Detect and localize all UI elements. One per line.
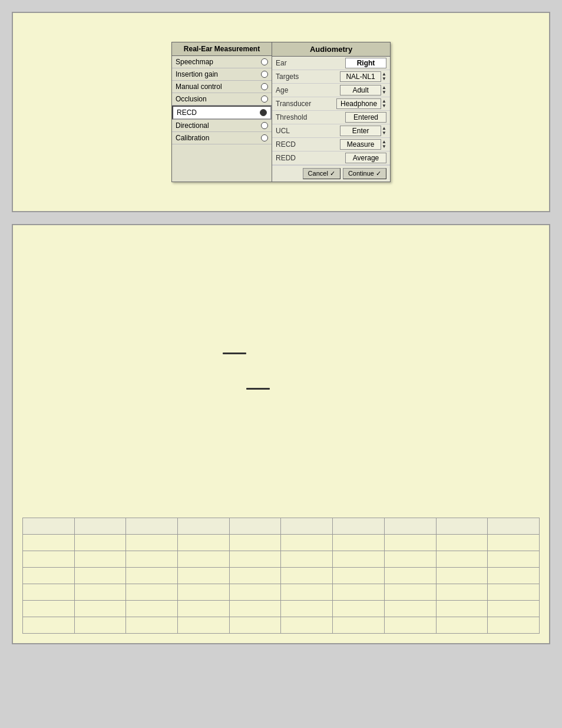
menu-header: Real-Ear Measurement (172, 42, 272, 56)
table-cell (384, 518, 436, 535)
recd-spin[interactable]: ▲ ▼ (382, 140, 386, 149)
table-row (23, 617, 540, 634)
cancel-button[interactable]: Cancel ✓ (303, 168, 340, 179)
table-cell (488, 568, 540, 584)
audio-value-targets-container: NAL-NL1 ▲ ▼ (340, 71, 386, 82)
menu-item-directional[interactable]: Directional (172, 120, 272, 132)
table-cell (488, 518, 540, 535)
table-cell (488, 551, 540, 568)
menu-radio-calibration (261, 134, 268, 141)
audiometry-column: Audiometry Ear Right Targets NAL-NL1 ▲ ▼ (272, 42, 390, 182)
table-cell (23, 535, 75, 551)
table-cell (126, 518, 178, 535)
menu-item-occlusion[interactable]: Occlusion (172, 93, 272, 106)
transducer-spin-down[interactable]: ▼ (382, 104, 386, 108)
audio-label-age: Age (276, 86, 317, 94)
menu-item-label-manual-control: Manual control (176, 83, 222, 91)
table-cell (436, 584, 488, 601)
audiometry-header: Audiometry (272, 42, 390, 57)
age-spin[interactable]: ▲ ▼ (382, 85, 386, 95)
table-cell (229, 535, 281, 551)
table-cell (333, 601, 385, 617)
table-cell (126, 617, 178, 634)
table-cell (178, 617, 230, 634)
ucl-spin[interactable]: ▲ ▼ (382, 126, 386, 136)
ucl-spin-down[interactable]: ▼ (382, 131, 386, 136)
recd-spin-down[interactable]: ▼ (382, 144, 386, 149)
audio-value-redd: Average (345, 153, 386, 163)
targets-spin-down[interactable]: ▼ (382, 77, 386, 81)
table-row-header (23, 518, 540, 535)
table-cell (281, 551, 333, 568)
menu-item-label-calibration: Calibration (176, 134, 209, 142)
menu-item-calibration[interactable]: Calibration (172, 132, 272, 144)
audio-label-transducer: Transducer (276, 100, 317, 108)
table-cell (178, 535, 230, 551)
table-row (23, 568, 540, 584)
audio-value-transducer: Headphone (336, 98, 381, 109)
table-cell (384, 584, 436, 601)
table-cell (23, 518, 75, 535)
table-cell (229, 584, 281, 601)
table-cell (488, 601, 540, 617)
table-cell (436, 601, 488, 617)
table-cell (333, 617, 385, 634)
dash-line-1 (223, 353, 246, 354)
top-panel: Real-Ear Measurement Speechmap Insertion… (12, 12, 550, 212)
table-cell (384, 617, 436, 634)
menu-radio-insertion-gain (261, 71, 268, 78)
menu-item-recd[interactable]: RECD (172, 106, 272, 120)
audio-label-redd: REDD (276, 154, 317, 162)
dash-line-2 (246, 388, 270, 390)
table-row (23, 535, 540, 551)
table-cell (384, 535, 436, 551)
audio-row-targets: Targets NAL-NL1 ▲ ▼ (272, 70, 390, 84)
table-row (23, 601, 540, 617)
menu-item-insertion-gain[interactable]: Insertion gain (172, 68, 272, 81)
audio-value-age-container: Adult ▲ ▼ (340, 85, 386, 95)
table-cell (488, 535, 540, 551)
audio-value-recd-container: Measure ▲ ▼ (340, 139, 386, 150)
table-cell (74, 584, 126, 601)
table-cell (126, 584, 178, 601)
table-cell (178, 568, 230, 584)
audio-row-redd: REDD Average (272, 151, 390, 165)
targets-spin[interactable]: ▲ ▼ (382, 72, 386, 81)
table-cell (23, 568, 75, 584)
table-cell (384, 551, 436, 568)
table-cell (333, 568, 385, 584)
menu-radio-directional (261, 122, 268, 129)
menu-radio-speechmap (261, 58, 268, 65)
transducer-spin[interactable]: ▲ ▼ (382, 99, 386, 108)
table-cell (178, 601, 230, 617)
menu-item-manual-control[interactable]: Manual control (172, 81, 272, 93)
audio-value-threshold: Entered (345, 112, 386, 123)
audio-row-transducer: Transducer Headphone ▲ ▼ (272, 97, 390, 111)
table-cell (74, 535, 126, 551)
table-cell (23, 551, 75, 568)
menu-item-label-occlusion: Occlusion (176, 95, 207, 103)
audio-label-threshold: Threshold (276, 113, 317, 121)
table-cell (126, 535, 178, 551)
table-cell (178, 551, 230, 568)
table-cell (126, 568, 178, 584)
audio-value-ucl: Enter (340, 126, 381, 136)
table-cell (74, 568, 126, 584)
table-cell (23, 601, 75, 617)
audio-value-recd: Measure (340, 139, 381, 150)
table-cell (23, 617, 75, 634)
table-cell (281, 617, 333, 634)
table-cell (229, 601, 281, 617)
table-cell (23, 584, 75, 601)
continue-button[interactable]: Continue ✓ (343, 168, 386, 179)
menu-radio-manual-control (261, 83, 268, 90)
audio-label-ucl: UCL (276, 127, 317, 135)
audio-label-ear: Ear (276, 59, 317, 67)
age-spin-down[interactable]: ▼ (382, 90, 386, 95)
table-cell (229, 518, 281, 535)
table-cell (384, 568, 436, 584)
audio-value-ucl-container: Enter ▲ ▼ (340, 126, 386, 136)
menu-item-speechmap[interactable]: Speechmap (172, 56, 272, 68)
table-cell (74, 617, 126, 634)
page-wrapper: Real-Ear Measurement Speechmap Insertion… (0, 0, 562, 656)
